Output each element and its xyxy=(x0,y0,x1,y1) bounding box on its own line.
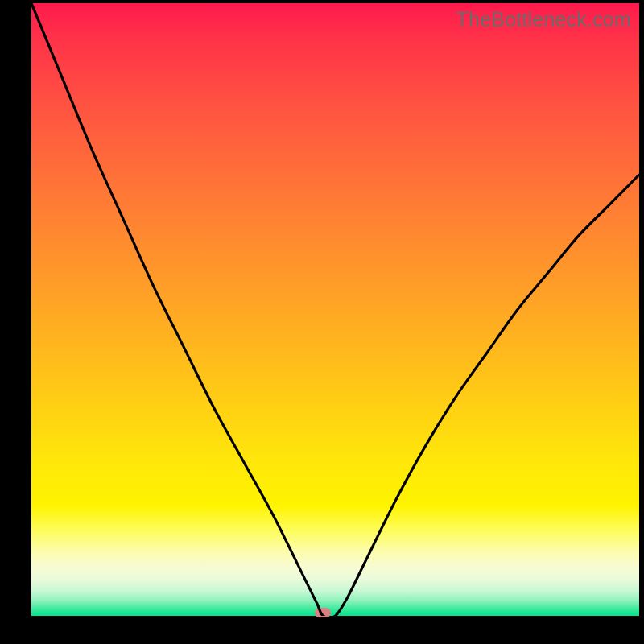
chart-frame: TheBottleneck.com xyxy=(0,0,644,644)
bottleneck-curve xyxy=(31,3,639,616)
plot-area: TheBottleneck.com xyxy=(31,3,639,616)
watermark-text: TheBottleneck.com xyxy=(456,8,631,31)
